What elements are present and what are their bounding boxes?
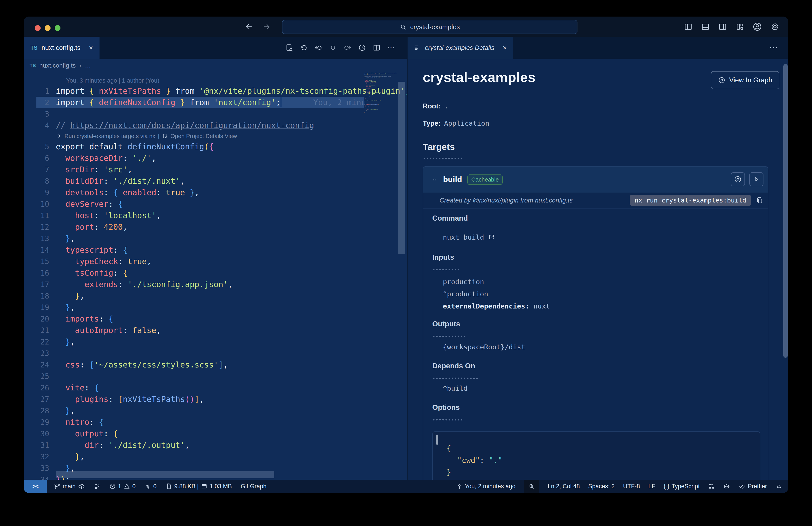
code-line[interactable]: 19 }, xyxy=(24,302,407,313)
language-mode-item[interactable]: { } TypeScript xyxy=(664,483,700,490)
run-target-button[interactable] xyxy=(749,172,764,186)
code-line[interactable]: 23 xyxy=(24,347,407,359)
view-target-graph-button[interactable] xyxy=(731,172,745,186)
codelens-row: Run crystal-examples targets via nx | Op… xyxy=(24,131,407,141)
code-line[interactable]: 14 typescript: { xyxy=(24,244,407,256)
code-line[interactable]: 11 host: 'localhost', xyxy=(24,210,407,221)
breadcrumb-file[interactable]: nuxt.config.ts xyxy=(39,62,76,69)
code-line[interactable]: 18 }, xyxy=(24,290,407,302)
encoding-item[interactable]: UTF-8 xyxy=(623,483,640,490)
panel-more-actions-icon[interactable]: ⋯ xyxy=(769,42,778,53)
code-line[interactable]: 7 srcDir: 'src', xyxy=(24,164,407,175)
code-line[interactable]: 32 }, xyxy=(24,451,407,463)
editor-horizontal-scrollbar[interactable] xyxy=(56,471,274,478)
code-line[interactable]: 9 devtools: { enabled: true }, xyxy=(24,187,407,198)
breadcrumb[interactable]: TS nuxt.config.ts › … xyxy=(24,59,407,72)
code-line[interactable]: 22 }, xyxy=(24,336,407,347)
code-editor[interactable]: You, 3 minutes ago | 1 author (You)1impo… xyxy=(24,72,407,480)
code-line[interactable]: 27 plugins: [nxViteTsPaths()], xyxy=(24,394,407,405)
eol-item[interactable]: LF xyxy=(648,483,655,490)
code-text: }, xyxy=(56,291,85,300)
close-tab-icon[interactable]: × xyxy=(89,44,93,52)
code-line[interactable]: 10 devServer: { xyxy=(24,198,407,210)
code-line[interactable]: 3 xyxy=(24,108,407,120)
code-line[interactable]: 30 output: { xyxy=(24,428,407,439)
editor-vertical-scrollbar[interactable] xyxy=(397,82,405,254)
view-in-graph-button[interactable]: View In Graph xyxy=(711,71,779,89)
refresh-icon[interactable] xyxy=(300,43,308,52)
problems-item[interactable]: 1 0 xyxy=(109,483,136,490)
code-line[interactable]: 21 autoImport: false, xyxy=(24,325,407,336)
ports-item[interactable]: 0 xyxy=(145,483,157,490)
zoom-widget[interactable] xyxy=(524,480,539,493)
current-change-icon[interactable] xyxy=(329,43,337,52)
minimize-window-button[interactable] xyxy=(45,25,50,31)
code-line[interactable]: 1import { nxViteTsPaths } from '@nx/vite… xyxy=(24,85,407,97)
code-line[interactable]: 2import { defineNuxtConfig } from 'nuxt/… xyxy=(24,97,407,108)
code-line[interactable]: 20 imports: { xyxy=(24,313,407,325)
code-line[interactable]: 25 xyxy=(24,371,407,382)
copy-icon[interactable] xyxy=(755,196,764,204)
source-control-icon[interactable] xyxy=(708,483,715,489)
minimap[interactable]: import { nxViteTsPaths } from '@nx/vite/… xyxy=(364,72,397,196)
cloud-upload-icon[interactable] xyxy=(78,483,85,490)
toggle-primary-sidebar-icon[interactable] xyxy=(684,22,693,31)
open-changes-icon[interactable] xyxy=(285,43,293,52)
account-icon[interactable] xyxy=(752,22,762,32)
tab-nuxt-config[interactable]: TS nuxt.config.ts × xyxy=(24,37,100,59)
close-tab-icon[interactable]: × xyxy=(503,44,507,52)
git-graph-icon-item[interactable] xyxy=(94,483,100,489)
options-json-editor[interactable]: { "cwd": "." } xyxy=(433,431,760,480)
code-line[interactable]: 24 css: ['~/assets/css/styles.scss'], xyxy=(24,359,407,371)
codelens-run-link[interactable]: Run crystal-examples targets via nx xyxy=(64,131,155,141)
settings-gear-icon[interactable] xyxy=(770,22,780,32)
code-line[interactable]: 17 extends: './tsconfig.app.json', xyxy=(24,279,407,290)
timeline-clock-icon[interactable] xyxy=(358,43,366,52)
more-actions-icon[interactable]: ⋯ xyxy=(387,43,395,52)
code-line[interactable]: 8 buildDir: './dist/.nuxt', xyxy=(24,175,407,187)
toggle-secondary-sidebar-icon[interactable] xyxy=(718,22,727,31)
back-icon[interactable] xyxy=(245,22,253,31)
command-center-search[interactable]: crystal-examples xyxy=(282,20,578,34)
code-line[interactable]: 13 }, xyxy=(24,233,407,244)
target-card-header[interactable]: build Cacheable xyxy=(423,167,768,193)
scroll-handle[interactable] xyxy=(436,435,438,445)
notifications-bell-icon[interactable] xyxy=(775,483,782,490)
copilot-icon[interactable] xyxy=(723,483,730,490)
code-line[interactable]: 4// https://nuxt.com/docs/api/configurat… xyxy=(24,120,407,131)
nx-run-command-chip[interactable]: nx run crystal-examples:build xyxy=(630,195,751,206)
cursor-position-item[interactable]: Ln 2, Col 48 xyxy=(548,483,580,490)
chevron-up-icon[interactable] xyxy=(431,176,438,183)
external-link-icon[interactable] xyxy=(488,234,495,241)
customize-layout-icon[interactable] xyxy=(735,22,744,31)
code-line[interactable]: 29 nitro: { xyxy=(24,416,407,428)
code-line[interactable]: 16 tsConfig: { xyxy=(24,267,407,279)
breadcrumb-symbol[interactable]: … xyxy=(85,62,91,69)
next-change-icon[interactable] xyxy=(343,43,352,52)
toggle-panel-icon[interactable] xyxy=(701,22,710,31)
code-line[interactable]: 5export default defineNuxtConfig({ xyxy=(24,141,407,152)
editor-toolbar: ⋯ xyxy=(285,37,395,59)
git-branch-item[interactable]: main xyxy=(54,483,85,490)
close-window-button[interactable] xyxy=(35,25,41,31)
remote-indicator[interactable]: >< xyxy=(24,480,47,493)
panel-scrollbar[interactable] xyxy=(783,64,788,358)
code-line[interactable]: 15 typeCheck: true, xyxy=(24,256,407,267)
code-line[interactable]: 31 dir: './dist/.output', xyxy=(24,439,407,451)
file-size-item[interactable]: 9.88 KB | 1.03 MB xyxy=(165,483,232,490)
zoom-window-button[interactable] xyxy=(55,25,60,31)
code-line[interactable]: 28 }, xyxy=(24,405,407,416)
codelens-open-link[interactable]: Open Project Details View xyxy=(171,131,237,141)
indentation-item[interactable]: Spaces: 2 xyxy=(588,483,615,490)
previous-change-icon[interactable] xyxy=(314,43,323,52)
command-value-row[interactable]: nuxt build xyxy=(443,233,495,241)
code-line[interactable]: 6 workspaceDir: './', xyxy=(24,152,407,164)
split-editor-icon[interactable] xyxy=(373,43,381,52)
git-graph-item[interactable]: Git Graph xyxy=(241,483,266,490)
tab-project-details[interactable]: crystal-examples Details × xyxy=(408,37,513,59)
forward-icon[interactable] xyxy=(262,22,271,31)
code-line[interactable]: 12 port: 4200, xyxy=(24,221,407,233)
blame-item[interactable]: You, 2 minutes ago xyxy=(456,483,516,490)
prettier-item[interactable]: Prettier xyxy=(739,483,767,490)
code-line[interactable]: 26 vite: { xyxy=(24,382,407,394)
